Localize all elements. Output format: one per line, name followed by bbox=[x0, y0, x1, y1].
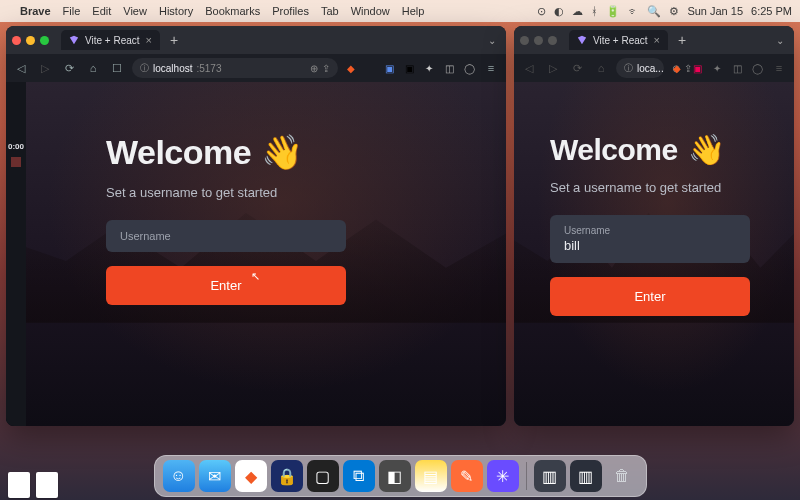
address-bar[interactable]: ⓘ localhost:5173 ⊕ ⇪ bbox=[132, 58, 338, 78]
menu-edit[interactable]: Edit bbox=[92, 5, 111, 17]
menu-window[interactable]: Window bbox=[351, 5, 390, 17]
reload-button[interactable]: ⟳ bbox=[60, 59, 78, 77]
mail-icon[interactable]: ✉ bbox=[199, 460, 231, 492]
heading-text: Welcome bbox=[106, 133, 251, 172]
enter-button-label: Enter bbox=[634, 289, 665, 304]
menubar-status-tray: ⊙ ◐ ☁ ᚼ 🔋 ᯤ 🔍 ⚙ Sun Jan 15 6:25 PM bbox=[537, 5, 792, 18]
desktop: Vite + React × + ⌄ ◁ ▷ ⟳ ⌂ ☐ ⓘ localhost… bbox=[0, 22, 800, 456]
spotlight-icon[interactable]: 🔍 bbox=[647, 5, 661, 18]
menubar-app-name[interactable]: Brave bbox=[20, 5, 51, 17]
dock: ☺ ✉ ◆ 🔒 ▢ ⧉ ◧ ▤ ✎ ✳ ▥ ▥ 🗑 bbox=[154, 455, 647, 497]
app-menu-button[interactable]: ≡ bbox=[482, 59, 500, 77]
new-tab-button[interactable]: + bbox=[166, 32, 182, 48]
dock-separator bbox=[526, 462, 527, 490]
browser-window-left: Vite + React × + ⌄ ◁ ▷ ⟳ ⌂ ☐ ⓘ localhost… bbox=[6, 26, 506, 426]
url-path: :5173 bbox=[196, 63, 221, 74]
menubar-time[interactable]: 6:25 PM bbox=[751, 5, 792, 17]
forward-button[interactable]: ▷ bbox=[36, 59, 54, 77]
page-subtitle: Set a username to get started bbox=[106, 184, 326, 202]
app-icon[interactable]: ◧ bbox=[379, 460, 411, 492]
browser-window-right: Vite + React × + ⌄ ◁ ▷ ⟳ ⌂ ⓘ loca... ⊕ ⇪… bbox=[514, 26, 794, 426]
menu-view[interactable]: View bbox=[123, 5, 147, 17]
sidebar-toggle-icon[interactable]: ◫ bbox=[730, 61, 744, 75]
new-tab-button[interactable]: + bbox=[674, 32, 690, 48]
share-icon[interactable]: ⇪ bbox=[322, 63, 330, 74]
reader-icon[interactable]: ⊕ bbox=[310, 63, 318, 74]
browser-toolbar: ◁ ▷ ⟳ ⌂ ⓘ loca... ⊕ ⇪ ◆ ▣ ✦ ◫ ◯ ≡ bbox=[514, 54, 794, 82]
browser-toolbar: ◁ ▷ ⟳ ⌂ ☐ ⓘ localhost:5173 ⊕ ⇪ ◆ ▣ ▣ ✦ ◫… bbox=[6, 54, 506, 82]
browser-tab[interactable]: Vite + React × bbox=[61, 30, 160, 50]
tab-overflow-button[interactable]: ⌄ bbox=[484, 35, 500, 46]
back-button[interactable]: ◁ bbox=[12, 59, 30, 77]
close-tab-icon[interactable]: × bbox=[146, 34, 152, 46]
brave-icon[interactable]: ◆ bbox=[235, 460, 267, 492]
brave-shields-icon[interactable]: ◆ bbox=[344, 61, 358, 75]
extensions-menu-icon[interactable]: ✦ bbox=[422, 61, 436, 75]
browser-tab[interactable]: Vite + React × bbox=[569, 30, 668, 50]
tab-overflow-button[interactable]: ⌄ bbox=[772, 35, 788, 46]
home-button[interactable]: ⌂ bbox=[592, 59, 610, 77]
dock-folder-icon[interactable]: ▥ bbox=[570, 460, 602, 492]
vscode-icon[interactable]: ⧉ bbox=[343, 460, 375, 492]
reload-button[interactable]: ⟳ bbox=[568, 59, 586, 77]
username-input[interactable]: Username bbox=[106, 220, 346, 252]
profile-icon[interactable]: ◯ bbox=[462, 61, 476, 75]
address-bar[interactable]: ⓘ loca... ⊕ ⇪ bbox=[616, 58, 664, 78]
page-subtitle: Set a username to get started bbox=[550, 179, 770, 197]
sidebar-toggle-icon[interactable]: ◫ bbox=[442, 61, 456, 75]
tab-title: Vite + React bbox=[85, 35, 140, 46]
status-icon[interactable]: ◐ bbox=[554, 5, 564, 18]
bookmark-button[interactable]: ☐ bbox=[108, 59, 126, 77]
tab-strip: Vite + React × + ⌄ bbox=[6, 26, 506, 54]
site-info-icon[interactable]: ⓘ bbox=[624, 62, 633, 75]
1password-icon[interactable]: 🔒 bbox=[271, 460, 303, 492]
welcome-card: Welcome 👋 Set a username to get started … bbox=[514, 82, 794, 316]
app-icon[interactable]: ✳ bbox=[487, 460, 519, 492]
close-window-button[interactable] bbox=[12, 36, 21, 45]
postman-icon[interactable]: ✎ bbox=[451, 460, 483, 492]
minimize-window-button[interactable] bbox=[26, 36, 35, 45]
home-button[interactable]: ⌂ bbox=[84, 59, 102, 77]
menu-profiles[interactable]: Profiles bbox=[272, 5, 309, 17]
extension-icon[interactable]: ▣ bbox=[402, 61, 416, 75]
wifi-icon[interactable]: ᯤ bbox=[628, 5, 639, 17]
vite-favicon-icon bbox=[577, 35, 587, 45]
profile-icon[interactable]: ◯ bbox=[750, 61, 764, 75]
menu-help[interactable]: Help bbox=[402, 5, 425, 17]
menu-history[interactable]: History bbox=[159, 5, 193, 17]
page-heading: Welcome 👋 bbox=[550, 132, 794, 167]
tab-strip: Vite + React × + ⌄ bbox=[514, 26, 794, 54]
site-info-icon[interactable]: ⓘ bbox=[140, 62, 149, 75]
status-icon[interactable]: ☁ bbox=[572, 5, 583, 18]
control-center-icon[interactable]: ⚙ bbox=[669, 5, 679, 18]
menubar-date[interactable]: Sun Jan 15 bbox=[687, 5, 743, 17]
trash-icon[interactable]: 🗑 bbox=[606, 460, 638, 492]
enter-button[interactable]: Enter bbox=[106, 266, 346, 305]
username-label: Username bbox=[564, 225, 736, 236]
dock-folder-icon[interactable]: ▥ bbox=[534, 460, 566, 492]
enter-button[interactable]: Enter bbox=[550, 277, 750, 316]
extensions-menu-icon[interactable]: ✦ bbox=[710, 61, 724, 75]
app-menu-button[interactable]: ≡ bbox=[770, 59, 788, 77]
zoom-window-button[interactable] bbox=[548, 36, 557, 45]
menu-bookmarks[interactable]: Bookmarks bbox=[205, 5, 260, 17]
zoom-window-button[interactable] bbox=[40, 36, 49, 45]
terminal-icon[interactable]: ▢ bbox=[307, 460, 339, 492]
bluetooth-icon[interactable]: ᚼ bbox=[591, 5, 598, 17]
minimize-window-button[interactable] bbox=[534, 36, 543, 45]
menu-tab[interactable]: Tab bbox=[321, 5, 339, 17]
close-window-button[interactable] bbox=[520, 36, 529, 45]
notes-icon[interactable]: ▤ bbox=[415, 460, 447, 492]
extension-icon[interactable]: ▣ bbox=[690, 61, 704, 75]
tab-title: Vite + React bbox=[593, 35, 648, 46]
status-icon[interactable]: ⊙ bbox=[537, 5, 546, 18]
forward-button[interactable]: ▷ bbox=[544, 59, 562, 77]
extension-icon[interactable]: ▣ bbox=[382, 61, 396, 75]
finder-icon[interactable]: ☺ bbox=[163, 460, 195, 492]
battery-icon[interactable]: 🔋 bbox=[606, 5, 620, 18]
username-input[interactable]: Username bill bbox=[550, 215, 750, 263]
back-button[interactable]: ◁ bbox=[520, 59, 538, 77]
close-tab-icon[interactable]: × bbox=[654, 34, 660, 46]
brave-shields-icon[interactable]: ◆ bbox=[670, 61, 684, 75]
menu-file[interactable]: File bbox=[63, 5, 81, 17]
